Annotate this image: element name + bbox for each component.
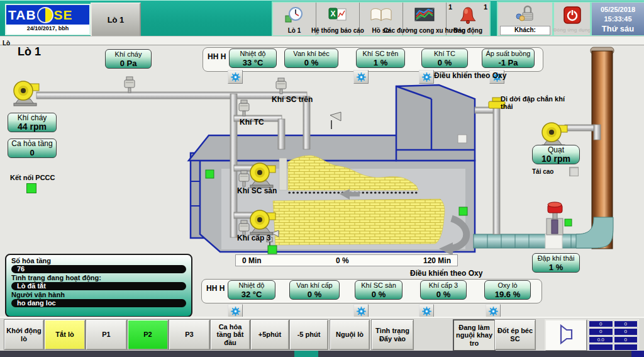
table-row (589, 344, 638, 351)
status-value-1: 76 (11, 265, 186, 273)
param-ap-suat-buong[interactable]: Áp suất buồng -1 Pa (482, 48, 535, 68)
minus-5-min-button[interactable]: -5 phút (289, 319, 328, 350)
param-van-khi-bec[interactable]: Van khí béc 0 % (284, 48, 338, 68)
command-bar: Khởi động lò Tắt lò P1 P2 P3 Ca hỏa tầng… (0, 317, 644, 352)
toolbar-furnace-button[interactable]: Lò 1 (273, 3, 316, 35)
bell-icon (458, 3, 477, 27)
param-van-khi-cap[interactable]: Van khí cấp 0 % (289, 280, 340, 300)
param-khi-sc-san[interactable]: Khí SC sàn 0 % (355, 280, 402, 300)
setpoint-gear-top-2[interactable] (353, 70, 369, 84)
param-khi-tc[interactable]: Khí TC 0 % (421, 48, 468, 68)
pccc-label: Kết nối PCCC (10, 174, 55, 181)
account-button[interactable]: Khách: (497, 1, 553, 37)
datetime-panel: 05/25/2018 15:33:45 Thứ sáu (591, 1, 644, 37)
lock-icon (514, 3, 536, 26)
toolbar-report-button[interactable]: X Hệ thống báo cáo (316, 3, 360, 35)
label-khi-sc-san: Khí SC sàn (237, 186, 277, 195)
counter-table: 0 0 0 0 0.0 0 (587, 319, 639, 352)
setpoint-gear-bottom-1[interactable] (228, 304, 243, 318)
shift-start-button[interactable]: Ca hỏa tầng bắt đầu (210, 319, 250, 350)
toolbar: Lò 1 X Hệ thống báo cáo (272, 1, 491, 37)
roof-sensor (330, 112, 341, 129)
param-quat[interactable]: Quạt 10 rpm (532, 145, 580, 164)
logo-text-left: TAB (6, 8, 36, 23)
tower-indicator-on (459, 207, 467, 215)
book-icon (370, 3, 392, 27)
logo-globe-icon (37, 7, 53, 23)
plus-5-min-button[interactable]: +5phút (250, 319, 289, 350)
weekday-text: Thứ sáu (602, 24, 634, 33)
label-khi-cap-3: Khí cấp 3 (237, 234, 270, 242)
param-nhiet-do-top[interactable]: Nhiệt độ 33 °C (229, 48, 277, 68)
bottom-strip-teal (294, 351, 318, 357)
bottom-group-label: HH H (206, 284, 225, 293)
param-khi-chay-fan[interactable]: Khí cháy 44 rpm (8, 113, 57, 132)
param-nhiet-do-bottom[interactable]: Nhiệt độ 32 °C (228, 280, 275, 300)
exit-app-button[interactable]: Đóng ứng dụng (553, 1, 591, 37)
oxy-control-label-bottom: Điều khiển theo Oxy (410, 269, 482, 278)
p3-button[interactable]: P3 (169, 319, 210, 350)
left-indicator (206, 170, 214, 178)
timeline-start: 0 Min (242, 256, 262, 265)
bottom-edge-strip (0, 351, 644, 357)
date-text: 05/25/2018 (601, 5, 635, 14)
power-icon (563, 6, 582, 27)
logo-subtitle: 24/10/2017, bbh (6, 25, 89, 33)
table-row: 0.0 0 (589, 336, 638, 343)
setpoint-gear-bottom-4[interactable] (486, 304, 501, 318)
param-dap-khi-thai[interactable]: Đập khí thải 1 % (532, 253, 580, 273)
param-oxy-lo[interactable]: Oxy lò 19.6 % (484, 280, 531, 300)
bottom-strip-navy (631, 351, 644, 357)
p2-button[interactable]: P2 (127, 319, 169, 350)
start-furnace-button[interactable]: Khởi động lò (4, 319, 44, 350)
top-group-label: HH H (208, 52, 226, 61)
timeline-mid: 0 % (336, 256, 349, 265)
timeline-end: 120 Min (423, 256, 451, 265)
setpoint-gear-top-1[interactable] (228, 70, 243, 84)
cap3-indicator (268, 246, 277, 254)
status-label-1: Số hỏa tầng (11, 257, 186, 265)
nav-furnace-1-button[interactable]: Lò 1 (91, 3, 141, 37)
alarm-badge-left: 1 (448, 3, 452, 11)
table-row: 0 0 (589, 320, 638, 327)
status-label-3: Người vận hành (11, 291, 186, 299)
param-khi-sc-tren[interactable]: Khí SC trên 1 % (356, 48, 405, 68)
cool-furnace-button[interactable]: Nguội lò (330, 319, 370, 350)
stop-furnace-button[interactable]: Tắt lò (44, 319, 86, 350)
status-panel: Số hỏa tầng 76 Tình trạng đang hoạt động… (5, 254, 192, 317)
status-label-2: Tình trạng đang hoạt động: (11, 274, 186, 282)
param-label: Khí cháy (106, 50, 151, 59)
tc-valve (239, 100, 249, 116)
label-move-damper: Di dời đập chắn khí thải (501, 95, 566, 110)
company-logo: TAB SE 24/10/2017, bbh (5, 4, 91, 35)
supply-valve (125, 77, 135, 93)
ash-tray-cooling-button[interactable]: Đang làm nguội khay tro (453, 319, 496, 351)
toolbar-alarm-button[interactable]: 1 1 Báo động (447, 3, 489, 35)
logo-text-right: SE (54, 8, 73, 23)
alarm-badge-right: 1 (484, 3, 487, 11)
toolbar-trends-button[interactable]: Các đường cong xu hướng (403, 3, 447, 35)
label-khi-sc-tren: Khí SC trên (272, 95, 313, 104)
sc-burner-button[interactable]: Đốt ép béc SC (494, 319, 536, 350)
setpoint-gear-top-3[interactable] (419, 70, 434, 84)
report-icon: X (328, 3, 348, 27)
setpoint-gear-bottom-2[interactable] (353, 304, 369, 318)
time-text: 15:33:45 (604, 14, 631, 24)
burn-timeline: 0 Min 0 % 120 Min (235, 254, 458, 266)
param-khi-chay-top[interactable]: Khí cháy 0 Pa (105, 49, 152, 69)
trend-icon (414, 3, 435, 27)
label-tai-cao: Tải cao (532, 168, 553, 175)
p1-button[interactable]: P1 (86, 319, 127, 350)
status-value-2: Lò đã tắt (11, 282, 186, 290)
feed-status-button[interactable]: Tình trạng Đẩy vào (371, 319, 414, 350)
param-khi-cap-3[interactable]: Khí cấp 3 0 % (420, 280, 467, 300)
svg-text:X: X (330, 9, 335, 18)
param-value: 0 Pa (106, 59, 151, 68)
pccc-indicator (26, 183, 36, 193)
mute-button[interactable] (545, 319, 587, 351)
hmi-screen: TAB SE 24/10/2017, bbh Lò 1 Lò 1 (0, 0, 644, 357)
param-ca-hoa-tang[interactable]: Ca hỏa tầng 0 (8, 139, 57, 158)
setpoint-gear-bottom-3[interactable] (419, 304, 434, 318)
exhaust-damper (547, 202, 572, 235)
tai-cao-checkbox[interactable] (569, 167, 579, 176)
